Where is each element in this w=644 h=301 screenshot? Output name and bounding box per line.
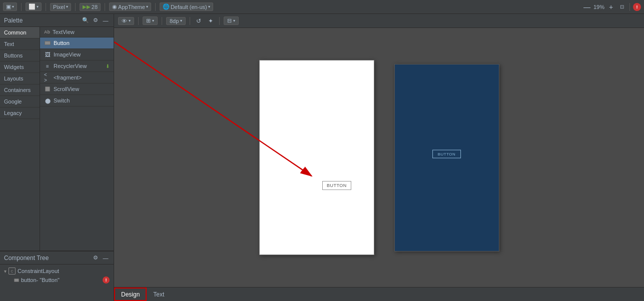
fit-screen-btn[interactable]: ⊡ xyxy=(617,2,626,12)
category-containers[interactable]: Containers xyxy=(0,84,40,96)
orientation-icon: ⬜ xyxy=(29,4,36,10)
textview-item[interactable]: Ab TextView xyxy=(40,27,114,38)
category-layouts[interactable]: Layouts xyxy=(0,73,40,84)
zoom-in-btn[interactable]: + xyxy=(606,2,615,12)
orientation-arrow: ▾ xyxy=(37,4,39,9)
warning-icon: ! xyxy=(633,3,641,11)
margin-arrow: ▾ xyxy=(180,18,182,23)
palette-item-imageview[interactable]: 🖼 ImageView xyxy=(40,49,114,60)
design-view: BUTTON xyxy=(394,64,499,252)
design-button-label: BUTTON xyxy=(438,152,456,156)
category-buttons[interactable]: Buttons xyxy=(0,50,40,62)
palette-search-icon[interactable]: 🔍 xyxy=(82,16,90,24)
separator-2 xyxy=(46,3,46,11)
tree-settings-icon[interactable]: ⚙ xyxy=(92,254,100,262)
constraint-layout-label: ConstraintLayout xyxy=(18,268,110,274)
palette-item-button[interactable]: Button xyxy=(40,38,114,49)
button-palette-icon xyxy=(44,40,51,46)
tree-button-icon xyxy=(14,278,19,282)
constraint-btn[interactable]: ⊞ ▾ xyxy=(143,16,158,25)
component-tree-header: Component Tree ⚙ — xyxy=(0,252,114,264)
separator-5 xyxy=(155,3,156,11)
align-arrow: ▾ xyxy=(233,18,235,23)
pixel-label: Pixel xyxy=(53,4,65,10)
left-panel: Palette 🔍 ⚙ — Common Text Buttons Widget… xyxy=(0,14,114,301)
secondary-toolbar: 👁 ▾ ⊞ ▾ 8dp ▾ ↺ ✦ ⊟ ▾ xyxy=(114,14,644,28)
component-tree-title: Component Tree xyxy=(4,254,90,262)
locale-selector[interactable]: 🌐 Default (en-us) ▾ xyxy=(160,2,213,11)
download-icon: ⬇ xyxy=(106,64,110,69)
tree-item-constraint[interactable]: ▾ C ConstraintLayout xyxy=(0,266,114,276)
align-btn[interactable]: ⊟ ▾ xyxy=(224,16,239,25)
theme-selector[interactable]: ◉ AppTheme ▾ xyxy=(109,2,151,11)
palette-categories: Common Text Buttons Widgets Layouts Cont… xyxy=(0,27,40,250)
main-area: Palette 🔍 ⚙ — Common Text Buttons Widget… xyxy=(0,14,644,301)
palette-header: Palette 🔍 ⚙ — xyxy=(0,14,114,27)
sep-s2 xyxy=(162,17,162,25)
canvas-area: 👁 ▾ ⊞ ▾ 8dp ▾ ↺ ✦ ⊟ ▾ xyxy=(114,14,644,301)
separator-1 xyxy=(21,3,22,11)
eye-btn[interactable]: 👁 ▾ xyxy=(118,17,134,25)
button-label: Button xyxy=(54,40,70,46)
tab-design[interactable]: Design xyxy=(114,288,147,301)
palette-title: Palette xyxy=(4,17,79,24)
pixel-selector[interactable]: Pixel ▾ xyxy=(50,3,71,11)
tab-text-label: Text xyxy=(153,291,164,298)
blueprint-button: BUTTON xyxy=(322,181,351,190)
category-google[interactable]: Google xyxy=(0,96,40,108)
palette-settings-icon[interactable]: ⚙ xyxy=(92,16,100,24)
constraint-icon: ⊞ xyxy=(146,18,151,24)
zoom-out-btn[interactable]: — xyxy=(582,2,591,12)
locale-arrow: ▾ xyxy=(208,4,210,9)
design-button: BUTTON xyxy=(432,150,461,158)
constraint-arrow: ▾ xyxy=(152,18,154,23)
fragment-icon: < > xyxy=(44,74,51,81)
infer-constraints-btn[interactable]: ✦ xyxy=(206,16,215,26)
blueprint-button-label: BUTTON xyxy=(327,183,347,188)
tree-item-button[interactable]: button- "Button" ! xyxy=(0,276,114,284)
device-selector[interactable]: ▣ ▾ xyxy=(3,2,17,11)
separator-6 xyxy=(629,3,630,11)
separator-3 xyxy=(75,3,76,11)
palette-minimize-icon[interactable]: — xyxy=(102,16,110,24)
sep-s4 xyxy=(219,17,220,25)
orientation-btn[interactable]: ⬜ ▾ xyxy=(26,2,42,11)
tree-expand-arrow: ▾ xyxy=(4,268,7,274)
eye-icon: 👁 xyxy=(122,18,127,24)
api-level: 28 xyxy=(92,4,98,10)
recyclerview-icon: ≡ xyxy=(44,62,51,70)
device-icon: ▣ xyxy=(6,4,11,10)
pixel-arrow: ▾ xyxy=(66,4,68,9)
dropdown-arrow: ▾ xyxy=(12,4,14,9)
refresh-constraints-btn[interactable]: ↺ xyxy=(194,16,203,26)
palette-actions: 🔍 ⚙ — xyxy=(82,16,110,24)
api-level-btn[interactable]: ▶▶ 28 xyxy=(80,3,101,11)
margin-btn[interactable]: 8dp ▾ xyxy=(166,17,186,25)
tree-minimize-icon[interactable]: — xyxy=(102,254,110,262)
canvas-content: BUTTON BUTTON xyxy=(114,28,644,287)
palette-item-fragment[interactable]: < > <fragment> xyxy=(40,72,114,84)
sep-s1 xyxy=(138,17,139,25)
zoom-controls: — 19% + ⊡ ! xyxy=(582,2,641,12)
locale-icon: 🌐 xyxy=(163,4,170,10)
category-text[interactable]: Text xyxy=(0,38,40,50)
margin-label: 8dp xyxy=(170,18,179,24)
bottom-tabs: Design Text xyxy=(114,287,644,301)
button-tree-label: button- "Button" xyxy=(21,277,101,283)
palette-item-recyclerview[interactable]: ≡ RecyclerView ⬇ xyxy=(40,60,114,72)
ab-prefix: Ab xyxy=(44,30,50,34)
eye-arrow: ▾ xyxy=(129,18,131,23)
theme-arrow: ▾ xyxy=(146,4,148,9)
scrollview-icon xyxy=(44,86,51,92)
component-tree: Component Tree ⚙ — ▾ C ConstraintLayout … xyxy=(0,251,114,301)
palette-item-switch[interactable]: ⬤ Switch xyxy=(40,95,114,106)
zoom-level: 19% xyxy=(593,4,604,10)
theme-icon: ◉ xyxy=(112,4,117,10)
align-icon: ⊟ xyxy=(227,18,232,24)
category-widgets[interactable]: Widgets xyxy=(0,62,40,73)
switch-icon: ⬤ xyxy=(44,97,51,104)
tab-text[interactable]: Text xyxy=(147,288,171,301)
category-legacy[interactable]: Legacy xyxy=(0,108,40,119)
category-common[interactable]: Common xyxy=(0,27,40,38)
palette-item-scrollview[interactable]: ScrollView xyxy=(40,84,114,95)
